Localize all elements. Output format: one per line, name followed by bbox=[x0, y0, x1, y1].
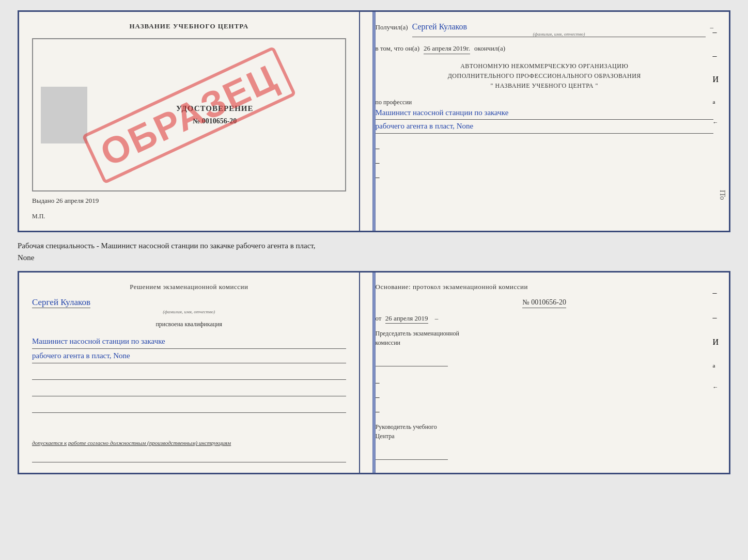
dopuskaetsya-value: работе согласно должностным (производств… bbox=[68, 440, 231, 446]
cert-mp: М.П. bbox=[32, 213, 346, 220]
ot-date-row: от 26 апреля 2019 – bbox=[376, 314, 713, 323]
org-line2: ДОПОЛНИТЕЛЬНОГО ПРОФЕССИОНАЛЬНОГО ОБРАЗО… bbox=[376, 71, 713, 81]
cert-inner-box: ОБРАЗЕЦ УДОСТОВЕРЕНИЕ № 0010656-20 bbox=[32, 38, 346, 191]
predsedatel-label2: комиссии bbox=[376, 338, 713, 347]
vydano-date: 26 апреля 2019 bbox=[56, 197, 99, 204]
cert-photo bbox=[41, 87, 87, 143]
dopuskaetsya-prefix: допускается к bbox=[32, 440, 67, 446]
osnovanie-label: Основание: протокол экзаменационной коми… bbox=[376, 283, 713, 291]
bottom-dashes-right-top: – – – bbox=[376, 143, 713, 182]
document-container: НАЗВАНИЕ УЧЕБНОГО ЦЕНТРА ОБРАЗЕЦ УДОСТОВ… bbox=[18, 10, 730, 474]
rukovoditel-sign-line bbox=[376, 450, 448, 460]
org-line3: " НАЗВАНИЕ УЧЕБНОГО ЦЕНТРА " bbox=[376, 81, 713, 91]
blank-line-4 bbox=[32, 452, 346, 462]
middle-text: Рабочая специальность - Машинист насосно… bbox=[18, 237, 730, 266]
blank-line-1 bbox=[32, 370, 346, 380]
middle-text-line2: None bbox=[18, 252, 730, 264]
inner-profession-line2: рабочего агента в пласт, None bbox=[32, 349, 346, 363]
cert-org-text: АВТОНОМНУЮ НЕКОММЕРЧЕСКУЮ ОРГАНИЗАЦИЮ ДО… bbox=[376, 61, 713, 91]
profession-line2-top: рабочего агента в пласт, None bbox=[376, 120, 713, 134]
predsedatel-block: Председатель экзаменационной комиссии bbox=[376, 329, 713, 347]
tsentra-label: Центра bbox=[376, 431, 713, 441]
cert-spread-top: НАЗВАНИЕ УЧЕБНОГО ЦЕНТРА ОБРАЗЕЦ УДОСТОВ… bbox=[18, 10, 730, 232]
udostoverenie-label: УДОСТОВЕРЕНИЕ bbox=[92, 104, 337, 113]
ito-label: ITo bbox=[718, 190, 726, 200]
resheniem-label: Решением экзаменационной комиссии bbox=[32, 283, 346, 291]
inner-profession-block: Машинист насосной станции по закачке раб… bbox=[32, 334, 346, 363]
rukovoditel-label: Руководитель учебного bbox=[376, 422, 713, 431]
poluchil-label: Получил(а) bbox=[376, 23, 408, 31]
cert-title-top: НАЗВАНИЕ УЧЕБНОГО ЦЕНТРА bbox=[32, 22, 346, 30]
profession-line1-top: Машинист насосной станции по закачке bbox=[376, 106, 713, 120]
inner-name-block: Сергей Кулаков (фамилия, имя, отчество) bbox=[32, 297, 346, 314]
binding-strip-bottom bbox=[372, 273, 376, 473]
cert-poluchil-row: Получил(а) Сергей Кулаков (фамилия, имя,… bbox=[376, 22, 713, 37]
more-dashes-right: – – – bbox=[376, 378, 713, 416]
ot-label: от bbox=[376, 314, 382, 322]
blank-line-2 bbox=[32, 386, 346, 396]
okonchil-label: окончил(а) bbox=[474, 44, 505, 53]
protocol-num-block: № 0010656-20 bbox=[376, 297, 713, 308]
right-dashes-bottom: – – И а ← bbox=[712, 288, 719, 390]
protocol-num: № 0010656-20 bbox=[522, 298, 566, 308]
dash-after-date: – bbox=[435, 314, 439, 322]
prisvoyena-label: присвоена квалификация bbox=[32, 321, 346, 328]
cert-udostoverenie-block: УДОСТОВЕРЕНИЕ № 0010656-20 bbox=[92, 104, 337, 125]
inner-profession-line1: Машинист насосной станции по закачке bbox=[32, 334, 346, 349]
cert-vydano: Выдано 26 апреля 2019 bbox=[32, 197, 346, 205]
cert-date-row: в том, что он(а) 26 апреля 2019г. окончи… bbox=[376, 44, 713, 54]
ot-date: 26 апреля 2019 bbox=[385, 314, 428, 324]
rukovoditel-block: Руководитель учебного Центра bbox=[376, 422, 713, 441]
vydano-label: Выдано bbox=[32, 197, 54, 204]
cert-number: № 0010656-20 bbox=[92, 117, 337, 125]
po-professii-section: по профессии Машинист насосной станции п… bbox=[376, 99, 713, 134]
cert-left-panel: НАЗВАНИЕ УЧЕБНОГО ЦЕНТРА ОБРАЗЕЦ УДОСТОВ… bbox=[19, 12, 360, 231]
poluchil-name: Сергей Кулаков (фамилия, имя, отчество) bbox=[412, 22, 706, 37]
cert-date-value: 26 апреля 2019г. bbox=[424, 44, 470, 54]
binding-strip-top bbox=[372, 12, 376, 231]
inner-left-panel: Решением экзаменационной комиссии Сергей… bbox=[19, 273, 360, 473]
middle-text-line1: Рабочая специальность - Машинист насосно… bbox=[18, 240, 730, 252]
inner-spread: Решением экзаменационной комиссии Сергей… bbox=[18, 271, 730, 474]
right-dashes-top: – – И а ← bbox=[712, 27, 719, 125]
predsedatel-sign-line bbox=[376, 356, 448, 366]
familiya-label-top: (фамилия, имя, отчество) bbox=[412, 31, 706, 37]
dopuskaetsya-block: допускается к работе согласно должностны… bbox=[32, 440, 346, 446]
cert-right-panel: Получил(а) Сергей Кулаков (фамилия, имя,… bbox=[360, 12, 729, 231]
inner-right-panel: Основание: протокол экзаменационной коми… bbox=[360, 273, 729, 473]
predsedatel-label: Председатель экзаменационной bbox=[376, 329, 713, 338]
blank-line-3 bbox=[32, 403, 346, 413]
inner-name-hw: Сергей Кулаков bbox=[32, 297, 90, 308]
org-line1: АВТОНОМНУЮ НЕКОММЕРЧЕСКУЮ ОРГАНИЗАЦИЮ bbox=[376, 61, 713, 71]
v-tom-label: в том, что он(а) bbox=[376, 44, 420, 53]
inner-familiya-label: (фамилия, имя, отчество) bbox=[32, 309, 346, 314]
po-professii-label: по профессии bbox=[376, 99, 713, 106]
